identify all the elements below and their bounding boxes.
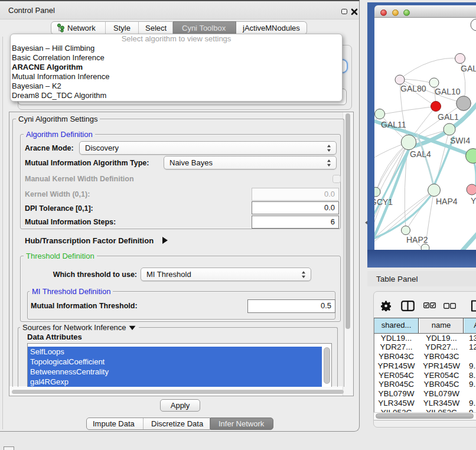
svg-text:HAP4: HAP4 bbox=[436, 197, 458, 206]
svg-text:GAL2: GAL2 bbox=[461, 64, 476, 73]
svg-text:GAL11: GAL11 bbox=[381, 120, 406, 129]
svg-text:Y: Y bbox=[471, 196, 476, 206]
svg-text:GAL10: GAL10 bbox=[435, 87, 461, 96]
svg-text:GCY1: GCY1 bbox=[374, 197, 393, 207]
svg-text:GAL80: GAL80 bbox=[400, 84, 426, 93]
svg-text:HAP2: HAP2 bbox=[406, 235, 428, 244]
svg-text:GAL1: GAL1 bbox=[438, 112, 459, 122]
svg-text:SWI4: SWI4 bbox=[450, 136, 470, 145]
svg-text:GAL4: GAL4 bbox=[410, 149, 431, 159]
